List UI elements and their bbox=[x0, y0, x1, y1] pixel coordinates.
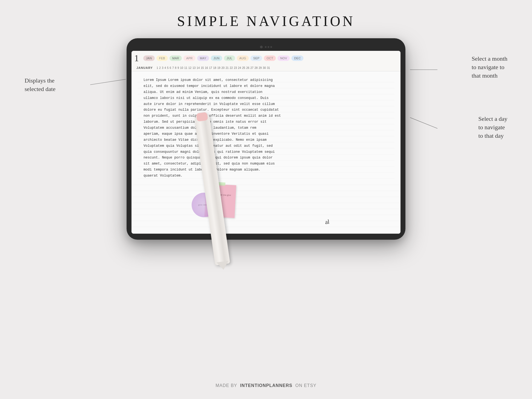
day-29[interactable]: 29 bbox=[259, 66, 262, 69]
month-tab-mar[interactable]: MAR bbox=[169, 55, 182, 61]
day-13[interactable]: 13 bbox=[192, 66, 195, 69]
selected-date: 1 bbox=[134, 53, 139, 63]
day-20[interactable]: 20 bbox=[221, 66, 224, 69]
month-tab-oct[interactable]: OCT bbox=[264, 55, 276, 61]
day-18[interactable]: 18 bbox=[213, 66, 216, 69]
month-tab-jan[interactable]: JAN bbox=[143, 55, 155, 61]
journal-text: Lorem Ipsum Lorem ipsum dolor sit amet, … bbox=[144, 76, 388, 179]
day-23[interactable]: 23 bbox=[234, 66, 237, 69]
annotation-right-bottom-text: Select a day to navigate to that day bbox=[478, 115, 507, 139]
day-22[interactable]: 22 bbox=[230, 66, 233, 69]
ipad-dot bbox=[268, 46, 269, 48]
day-12[interactable]: 12 bbox=[188, 66, 191, 69]
journal-content: Lorem Ipsum Lorem ipsum dolor sit amet, … bbox=[131, 71, 401, 179]
day-numbers-row: JANUARY 1 2 3 4 5 6 7 8 9 10 11 12 13 14 bbox=[131, 66, 401, 71]
month-tab-dec[interactable]: DEC bbox=[291, 55, 303, 61]
ipad-top-bar bbox=[131, 44, 401, 50]
day-4[interactable]: 4 bbox=[164, 66, 166, 69]
day-1[interactable]: 1 bbox=[157, 66, 158, 69]
day-3[interactable]: 3 bbox=[162, 66, 163, 69]
day-19[interactable]: 19 bbox=[217, 66, 220, 69]
annotation-left: Displays the selected date bbox=[25, 77, 55, 93]
day-27[interactable]: 27 bbox=[250, 66, 253, 69]
day-10[interactable]: 10 bbox=[180, 66, 183, 69]
day-11[interactable]: 11 bbox=[184, 66, 187, 69]
page-title: SIMPLE NAVIGATION bbox=[0, 0, 532, 29]
month-tab-aug[interactable]: AUG bbox=[237, 55, 249, 61]
ipad-screen: 1 JAN FEB MAR APR MAY JUN JUL AUG SEP OC… bbox=[131, 51, 401, 234]
footer-brand: INTENTIONPLANNERS bbox=[240, 383, 292, 388]
day-21[interactable]: 21 bbox=[226, 66, 229, 69]
footer-prefix: MADE BY bbox=[216, 383, 237, 388]
month-tab-apr[interactable]: APR bbox=[183, 55, 195, 61]
ipad-outer: 1 JAN FEB MAR APR MAY JUN JUL AUG SEP OC… bbox=[127, 38, 405, 240]
day-5[interactable]: 5 bbox=[167, 66, 169, 69]
day-numbers: 1 2 3 4 5 6 7 8 9 10 11 12 13 14 15 16 1 bbox=[157, 66, 270, 69]
pencil-tip bbox=[216, 261, 229, 271]
day-30[interactable]: 30 bbox=[263, 66, 266, 69]
day-28[interactable]: 28 bbox=[255, 66, 258, 69]
day-26[interactable]: 26 bbox=[246, 66, 249, 69]
day-25[interactable]: 25 bbox=[242, 66, 245, 69]
day-17[interactable]: 17 bbox=[209, 66, 212, 69]
month-tab-nov[interactable]: NOV bbox=[277, 55, 290, 61]
sticker-area: you get what you give grow into me al bbox=[131, 179, 401, 234]
footer-suffix: ON ETSY bbox=[295, 383, 316, 388]
svg-line-2 bbox=[410, 118, 437, 128]
day-7[interactable]: 7 bbox=[172, 66, 174, 69]
current-month-label: JANUARY bbox=[136, 66, 153, 69]
month-tab-feb[interactable]: FEB bbox=[156, 55, 168, 61]
day-8[interactable]: 8 bbox=[175, 66, 177, 69]
month-tab-jun[interactable]: JUN bbox=[211, 55, 222, 61]
ipad-dots bbox=[265, 46, 272, 48]
day-31[interactable]: 31 bbox=[267, 66, 270, 69]
pencil-eraser bbox=[196, 112, 208, 122]
day-15[interactable]: 15 bbox=[201, 66, 204, 69]
month-tab-jul[interactable]: JUL bbox=[224, 55, 235, 61]
day-6[interactable]: 6 bbox=[170, 66, 171, 69]
day-16[interactable]: 16 bbox=[205, 66, 208, 69]
annotation-right-top: Select a month to navigate to that month bbox=[472, 55, 507, 80]
annotation-left-text: Displays the selected date bbox=[25, 77, 55, 92]
day-9[interactable]: 9 bbox=[177, 66, 179, 69]
lined-paper: Lorem Ipsum Lorem ipsum dolor sit amet, … bbox=[138, 76, 394, 179]
month-tabs-row: 1 JAN FEB MAR APR MAY JUN JUL AUG SEP OC… bbox=[131, 51, 401, 66]
annotation-right-bottom: Select a day to navigate to that day bbox=[478, 115, 507, 140]
month-tab-may[interactable]: MAY bbox=[197, 55, 209, 61]
month-tab-sep[interactable]: SEP bbox=[250, 55, 262, 61]
svg-line-0 bbox=[90, 79, 126, 85]
ipad-dot bbox=[270, 46, 272, 48]
day-24[interactable]: 24 bbox=[238, 66, 241, 69]
day-14[interactable]: 14 bbox=[197, 66, 200, 69]
ipad-dot bbox=[265, 46, 267, 48]
day-2[interactable]: 2 bbox=[159, 66, 161, 69]
ipad-device: 1 JAN FEB MAR APR MAY JUN JUL AUG SEP OC… bbox=[127, 38, 405, 240]
annotation-right-top-text: Select a month to navigate to that month bbox=[472, 55, 507, 79]
ipad-camera bbox=[260, 46, 263, 48]
footer: MADE BY INTENTIONPLANNERS ON ETSY bbox=[0, 383, 532, 388]
signature: al bbox=[325, 218, 330, 225]
